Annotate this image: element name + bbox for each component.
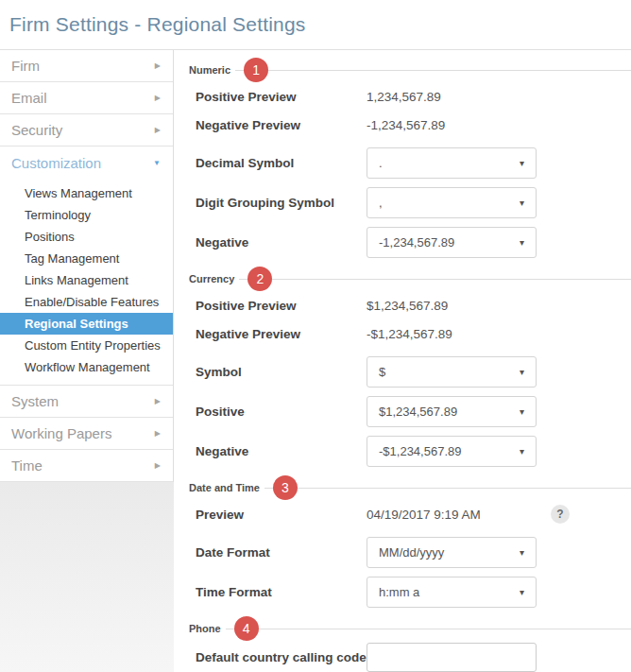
field-label: Decimal Symbol <box>196 156 367 170</box>
field-row: Positive Preview $1,234,567.89 <box>189 291 631 319</box>
divider <box>239 279 247 280</box>
sidebar-item-email[interactable]: Email ▶ <box>0 82 173 114</box>
field-label: Default country calling code <box>196 650 367 664</box>
help-icon[interactable]: ? <box>551 505 570 524</box>
sidebar-item-label: Time <box>11 457 43 474</box>
sidebar-item-tag-management[interactable]: Tag Management <box>0 248 173 269</box>
datetime-preview-value: 04/19/2017 9:19 AM <box>367 508 481 522</box>
section-header: Numeric 1 <box>189 58 631 82</box>
digit-grouping-symbol-select[interactable]: , ▾ <box>367 187 537 218</box>
sidebar-item-regional-settings[interactable]: Regional Settings <box>0 313 173 335</box>
currency-positive-select[interactable]: $1,234,567.89 ▾ <box>367 396 537 427</box>
sidebar-item-views-management[interactable]: Views Management <box>0 182 173 204</box>
sidebar-item-working-papers[interactable]: Working Papers ▶ <box>0 418 173 450</box>
negative-preview-value: -$1,234,567.89 <box>367 327 452 341</box>
select-value: h:mm a <box>379 585 419 599</box>
regional-settings-panel: Numeric 1 Positive Preview 1,234,567.89 … <box>174 50 631 672</box>
field-label: Date Format <box>196 545 367 560</box>
select-value: -$1,234,567.89 <box>379 444 461 458</box>
section-title: Date and Time <box>189 482 260 493</box>
field-label: Negative <box>196 235 367 250</box>
step-badge: 4 <box>234 616 259 641</box>
sidebar-item-positions[interactable]: Positions <box>0 226 173 248</box>
field-row: Preview 04/19/2017 9:19 AM ? <box>189 500 631 528</box>
positive-preview-value: $1,234,567.89 <box>367 299 448 313</box>
sidebar-item-terminology[interactable]: Terminology <box>0 204 173 226</box>
select-value: . <box>379 156 383 170</box>
date-format-select[interactable]: MM/dd/yyyy ▾ <box>367 537 537 568</box>
section-header: Currency 2 <box>189 267 631 291</box>
sidebar-item-firm[interactable]: Firm ▶ <box>0 50 173 82</box>
caret-down-icon: ▾ <box>520 158 524 168</box>
layout: Firm ▶ Email ▶ Security ▶ Customization … <box>0 50 631 672</box>
caret-down-icon: ▾ <box>520 547 524 558</box>
field-label: Positive Preview <box>196 299 367 313</box>
section-numeric: Numeric 1 Positive Preview 1,234,567.89 … <box>189 58 631 258</box>
sidebar-item-label: Email <box>11 90 47 106</box>
field-row: Negative -1,234,567.89 ▾ <box>189 227 631 258</box>
field-label: Negative <box>196 444 367 458</box>
sidebar-item-workflow-management[interactable]: Workflow Management <box>0 356 173 378</box>
chevron-right-icon: ▶ <box>155 94 161 102</box>
default-country-calling-code-input[interactable] <box>367 643 537 672</box>
chevron-right-icon: ▶ <box>155 126 161 134</box>
caret-down-icon: ▾ <box>520 587 524 597</box>
step-badge: 2 <box>247 267 272 291</box>
sidebar: Firm ▶ Email ▶ Security ▶ Customization … <box>0 50 174 672</box>
field-row: Symbol $ ▾ <box>189 356 631 388</box>
sidebar-item-security[interactable]: Security ▶ <box>0 114 173 146</box>
time-format-select[interactable]: h:mm a ▾ <box>367 577 537 608</box>
decimal-symbol-select[interactable]: . ▾ <box>367 147 537 179</box>
sidebar-item-time[interactable]: Time ▶ <box>0 450 173 482</box>
field-label: Positive Preview <box>196 90 367 104</box>
field-row: Digit Grouping Symbol , ▾ <box>189 187 631 218</box>
caret-down-icon: ▾ <box>520 198 524 208</box>
select-value: $ <box>379 365 385 379</box>
sidebar-item-label: Firm <box>11 58 40 74</box>
field-row: Date Format MM/dd/yyyy ▾ <box>189 537 631 568</box>
chevron-right-icon: ▶ <box>155 429 161 438</box>
field-label: Positive <box>196 405 367 419</box>
caret-down-icon: ▾ <box>520 367 524 377</box>
divider <box>259 629 631 629</box>
caret-down-icon: ▾ <box>520 237 524 248</box>
section-currency: Currency 2 Positive Preview $1,234,567.8… <box>189 267 631 467</box>
step-badge: 1 <box>244 58 268 82</box>
chevron-right-icon: ▶ <box>155 397 161 405</box>
chevron-right-icon: ▶ <box>155 461 161 470</box>
sidebar-item-enable-disable-features[interactable]: Enable/Disable Features <box>0 291 173 313</box>
field-label: Preview <box>196 508 367 522</box>
select-value: -1,234,567.89 <box>379 235 454 250</box>
step-badge: 3 <box>273 475 298 500</box>
sidebar-item-links-management[interactable]: Links Management <box>0 269 173 291</box>
section-date-and-time: Date and Time 3 Preview 04/19/2017 9:19 … <box>189 475 631 608</box>
field-row: Default country calling code <box>189 643 631 672</box>
sidebar-item-system[interactable]: System ▶ <box>0 386 173 418</box>
field-row: Negative Preview -$1,234,567.89 <box>189 319 631 348</box>
field-label: Negative Preview <box>196 327 367 341</box>
field-row: Decimal Symbol . ▾ <box>189 147 631 179</box>
field-row: Negative -$1,234,567.89 ▾ <box>189 436 631 467</box>
field-row: Negative Preview -1,234,567.89 <box>189 111 631 139</box>
sidebar-item-label: Customization <box>11 155 101 171</box>
currency-negative-select[interactable]: -$1,234,567.89 ▾ <box>367 436 537 467</box>
section-header: Phone 4 <box>189 616 631 641</box>
sidebar-item-label: Security <box>11 122 62 138</box>
field-label: Time Format <box>196 585 367 599</box>
caret-down-icon: ▾ <box>520 446 524 457</box>
divider <box>226 629 234 629</box>
section-title: Currency <box>189 273 234 284</box>
numeric-negative-select[interactable]: -1,234,567.89 ▾ <box>367 227 537 258</box>
currency-symbol-select[interactable]: $ ▾ <box>367 356 537 388</box>
divider <box>268 70 631 71</box>
chevron-down-icon: ▼ <box>153 159 161 167</box>
divider <box>235 70 244 71</box>
field-label: Digit Grouping Symbol <box>196 196 367 210</box>
sidebar-item-customization[interactable]: Customization ▼ <box>0 146 173 179</box>
field-label: Symbol <box>196 365 367 379</box>
page-header: Firm Settings - Regional Settings <box>0 0 631 50</box>
field-row: Positive Preview 1,234,567.89 <box>189 82 631 111</box>
section-title: Numeric <box>189 64 230 76</box>
section-phone: Phone 4 Default country calling code <box>189 616 631 672</box>
sidebar-item-custom-entity-properties[interactable]: Custom Entity Properties <box>0 335 173 356</box>
